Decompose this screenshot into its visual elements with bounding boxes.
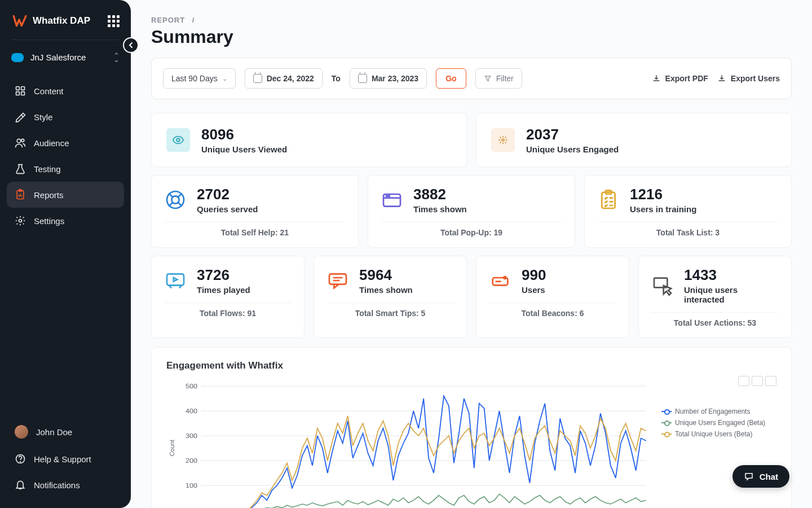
metric-label: Unique Users Viewed — [201, 144, 287, 154]
range-label: Last 90 Days — [171, 74, 218, 83]
style-icon — [15, 111, 26, 122]
svg-text:400: 400 — [186, 408, 197, 415]
metric-card-selfhelp[interactable]: 2702Queries served Total Self Help: 21 — [151, 175, 359, 248]
metric-card-smarttips[interactable]: 5964Times shown Total Smart Tips: 5 — [314, 256, 467, 338]
legend-item-unique-engaged[interactable]: Unique Users Engaged (Beta) — [661, 419, 776, 427]
metric-card-beacons[interactable]: 990Users Total Beacons: 6 — [476, 256, 629, 338]
chat-button[interactable]: Chat — [732, 465, 789, 488]
metric-card-flows[interactable]: 3726Times played Total Flows: 91 — [151, 256, 304, 338]
metric-label: Unique Users Engaged — [526, 144, 619, 154]
breadcrumb: REPORT / — [151, 16, 792, 24]
sidebar-item-label: Help & Support — [34, 454, 91, 464]
sidebar-item-label: Content — [34, 86, 64, 96]
sidebar-item-content[interactable]: Content — [7, 78, 124, 104]
selector-chevrons-icon: ⌃⌄ — [113, 54, 120, 62]
metric-value: 8096 — [201, 126, 287, 143]
chart-title: Engagement with Whatfix — [166, 360, 776, 371]
date-from-input[interactable]: Dec 24, 2022 — [245, 68, 323, 89]
main-content: REPORT / Summary Last 90 Days ⌄ Dec 24, … — [131, 0, 812, 508]
engagement-chart[interactable]: 100200300400500 — [175, 380, 652, 508]
calendar-icon — [253, 74, 262, 83]
filter-label: Filter — [496, 74, 514, 83]
metric-label: Users — [522, 285, 546, 295]
svg-point-12 — [502, 139, 504, 141]
chart-tool-pan[interactable] — [752, 376, 763, 386]
chat-icon — [326, 269, 349, 292]
chat-icon — [744, 471, 754, 481]
help-icon — [15, 453, 26, 465]
svg-text:200: 200 — [186, 457, 197, 465]
chart-tool-reset[interactable] — [765, 376, 776, 386]
breadcrumb-sep: / — [192, 16, 195, 24]
sidebar-user[interactable]: John Doe — [7, 418, 124, 446]
svg-point-14 — [171, 196, 179, 203]
avatar — [15, 425, 28, 439]
metric-footer: Total Beacons: 6 — [489, 303, 616, 318]
sidebar-item-label: Testing — [34, 164, 61, 174]
export-pdf-button[interactable]: Export PDF — [652, 74, 708, 83]
filter-button[interactable]: Filter — [475, 68, 522, 89]
metric-value: 2702 — [197, 186, 258, 203]
svg-rect-20 — [167, 274, 184, 285]
sidebar-item-reports[interactable]: Reports — [7, 182, 124, 208]
metric-card-popup[interactable]: 3882Times shown Total Pop-Up: 19 — [368, 175, 575, 248]
svg-rect-2 — [16, 92, 20, 95]
date-to-input[interactable]: Mar 23, 2023 — [350, 68, 427, 89]
metric-value: 3726 — [197, 266, 250, 284]
apps-grid-icon[interactable] — [108, 15, 120, 27]
sidebar-item-audience[interactable]: Audience — [7, 130, 124, 156]
metric-value: 990 — [522, 266, 546, 284]
click-icon — [491, 128, 515, 152]
date-range-dropdown[interactable]: Last 90 Days ⌄ — [163, 68, 236, 89]
metric-value: 1433 — [684, 266, 779, 284]
chart-legend: Number of Engagements Unique Users Engag… — [652, 380, 776, 508]
cursor-icon — [651, 274, 674, 297]
workspace-name: JnJ Salesforce — [30, 52, 86, 62]
svg-text:500: 500 — [186, 383, 197, 390]
metric-footer: Total Pop-Up: 19 — [381, 222, 562, 237]
metric-footer: Total User Actions: 53 — [651, 312, 779, 327]
engagement-chart-card: Engagement with Whatfix Count 1002003004… — [151, 347, 792, 508]
metric-card-viewed[interactable]: 8096 Unique Users Viewed — [151, 113, 467, 167]
user-name: John Doe — [36, 427, 72, 437]
metric-footer: Total Smart Tips: 5 — [326, 303, 454, 318]
legend-item-total-unique[interactable]: Total Unique Users (Beta) — [661, 430, 776, 438]
download-icon — [652, 74, 661, 83]
chart-tool-zoom[interactable] — [738, 376, 749, 386]
app-name: Whatfix DAP — [33, 15, 90, 27]
metric-value: 1216 — [630, 186, 696, 203]
svg-rect-1 — [21, 87, 25, 90]
svg-rect-21 — [329, 274, 346, 284]
app-logo[interactable]: Whatfix DAP — [12, 14, 90, 28]
svg-point-16 — [386, 195, 387, 196]
export-pdf-label: Export PDF — [665, 74, 708, 83]
metric-footer: Total Flows: 91 — [164, 303, 292, 318]
testing-icon — [15, 163, 26, 174]
svg-point-23 — [503, 276, 507, 280]
salesforce-icon — [11, 53, 24, 62]
page-title: Summary — [151, 27, 792, 47]
metric-card-tasklist[interactable]: 1216Users in training Total Task List: 3 — [584, 175, 792, 248]
export-users-button[interactable]: Export Users — [717, 74, 780, 83]
workspace-selector[interactable]: JnJ Salesforce ⌃⌄ — [0, 47, 131, 68]
chart-tools — [738, 376, 776, 386]
calendar-icon — [358, 74, 367, 83]
go-button[interactable]: Go — [436, 68, 466, 89]
sidebar-item-style[interactable]: Style — [7, 104, 124, 130]
svg-point-17 — [389, 195, 390, 196]
sidebar-item-help[interactable]: Help & Support — [7, 446, 124, 472]
sidebar-item-settings[interactable]: Settings — [7, 208, 124, 234]
filter-icon — [484, 75, 492, 82]
breadcrumb-section[interactable]: REPORT — [151, 16, 185, 24]
y-axis-label: Count — [166, 440, 175, 456]
bell-icon — [15, 479, 26, 491]
metric-label: Times played — [197, 285, 250, 295]
sidebar-collapse-button[interactable] — [123, 37, 139, 53]
legend-item-engagements[interactable]: Number of Engagements — [661, 408, 776, 415]
metric-card-engaged[interactable]: 2037 Unique Users Engaged — [476, 113, 792, 167]
metric-card-useractions[interactable]: 1433Unique users interacted Total User A… — [638, 256, 792, 338]
sidebar-item-notifications[interactable]: Notifications — [7, 472, 124, 498]
sidebar-item-testing[interactable]: Testing — [7, 156, 124, 182]
svg-rect-3 — [21, 92, 25, 95]
metric-label: Users in training — [630, 204, 696, 214]
